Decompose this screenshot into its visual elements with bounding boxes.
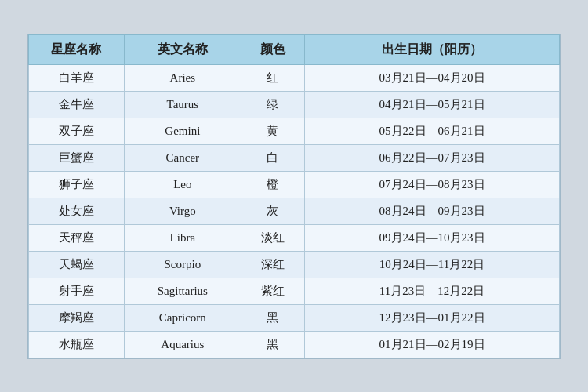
cell-color: 黄 (241, 118, 304, 144)
cell-color: 黑 (241, 331, 304, 358)
table-row: 摩羯座Capricorn黑12月23日—01月22日 (29, 304, 560, 331)
table-header-row: 星座名称 英文名称 颜色 出生日期（阳历） (29, 34, 560, 64)
cell-chinese: 处女座 (29, 198, 125, 224)
cell-chinese: 白羊座 (29, 64, 125, 91)
table-row: 白羊座Aries红03月21日—04月20日 (29, 64, 560, 91)
cell-color: 紫红 (241, 278, 304, 304)
cell-color: 深红 (241, 251, 304, 278)
cell-date: 11月23日—12月22日 (305, 278, 560, 304)
cell-english: Leo (124, 171, 241, 198)
table-row: 水瓶座Aquarius黑01月21日—02月19日 (29, 331, 560, 358)
cell-english: Aquarius (124, 331, 241, 358)
cell-date: 10月24日—11月22日 (305, 251, 560, 278)
cell-english: Aries (124, 64, 241, 91)
table-row: 金牛座Taurus绿04月21日—05月21日 (29, 91, 560, 118)
table-body: 白羊座Aries红03月21日—04月20日金牛座Taurus绿04月21日—0… (29, 64, 560, 358)
cell-date: 04月21日—05月21日 (305, 91, 560, 118)
zodiac-table: 星座名称 英文名称 颜色 出生日期（阳历） 白羊座Aries红03月21日—04… (28, 34, 560, 358)
cell-english: Libra (124, 224, 241, 251)
header-chinese: 星座名称 (29, 34, 125, 64)
cell-color: 绿 (241, 91, 304, 118)
cell-color: 淡红 (241, 224, 304, 251)
cell-color: 白 (241, 144, 304, 171)
cell-date: 05月22日—06月21日 (305, 118, 560, 144)
cell-date: 08月24日—09月23日 (305, 198, 560, 224)
cell-chinese: 双子座 (29, 118, 125, 144)
cell-chinese: 水瓶座 (29, 331, 125, 358)
cell-english: Gemini (124, 118, 241, 144)
cell-date: 03月21日—04月20日 (305, 64, 560, 91)
cell-color: 灰 (241, 198, 304, 224)
cell-color: 红 (241, 64, 304, 91)
cell-chinese: 天秤座 (29, 224, 125, 251)
cell-chinese: 天蝎座 (29, 251, 125, 278)
cell-date: 12月23日—01月22日 (305, 304, 560, 331)
cell-chinese: 射手座 (29, 278, 125, 304)
cell-english: Capricorn (124, 304, 241, 331)
table-row: 处女座Virgo灰08月24日—09月23日 (29, 198, 560, 224)
table-row: 狮子座Leo橙07月24日—08月23日 (29, 171, 560, 198)
table-row: 射手座Sagittarius紫红11月23日—12月22日 (29, 278, 560, 304)
cell-english: Taurus (124, 91, 241, 118)
cell-date: 09月24日—10月23日 (305, 224, 560, 251)
cell-english: Virgo (124, 198, 241, 224)
cell-date: 06月22日—07月23日 (305, 144, 560, 171)
header-date: 出生日期（阳历） (305, 34, 560, 64)
cell-date: 07月24日—08月23日 (305, 171, 560, 198)
table-row: 天秤座Libra淡红09月24日—10月23日 (29, 224, 560, 251)
table-row: 巨蟹座Cancer白06月22日—07月23日 (29, 144, 560, 171)
cell-color: 橙 (241, 171, 304, 198)
cell-chinese: 巨蟹座 (29, 144, 125, 171)
table-row: 天蝎座Scorpio深红10月24日—11月22日 (29, 251, 560, 278)
cell-english: Cancer (124, 144, 241, 171)
header-color: 颜色 (241, 34, 304, 64)
cell-english: Scorpio (124, 251, 241, 278)
cell-chinese: 狮子座 (29, 171, 125, 198)
cell-color: 黑 (241, 304, 304, 331)
zodiac-table-container: 星座名称 英文名称 颜色 出生日期（阳历） 白羊座Aries红03月21日—04… (27, 34, 561, 359)
cell-chinese: 摩羯座 (29, 304, 125, 331)
header-english: 英文名称 (124, 34, 241, 64)
cell-english: Sagittarius (124, 278, 241, 304)
cell-date: 01月21日—02月19日 (305, 331, 560, 358)
cell-chinese: 金牛座 (29, 91, 125, 118)
table-row: 双子座Gemini黄05月22日—06月21日 (29, 118, 560, 144)
